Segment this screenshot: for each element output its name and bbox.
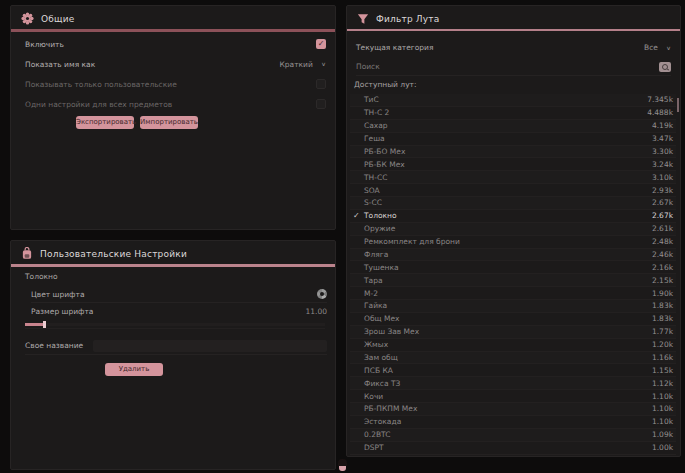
item-value: 3.24k <box>652 160 673 169</box>
item-value: 3.30k <box>652 147 673 156</box>
item-name: Тара <box>364 276 383 285</box>
item-name: Эстокада <box>364 417 401 426</box>
list-item[interactable]: ТиС7.345k <box>350 94 676 107</box>
list-item[interactable]: Кочи1.10k <box>350 390 676 403</box>
item-value: 1.00k <box>652 443 673 452</box>
loot-filter-panel: Фильтр Лута Текущая категория Все ∨ Дост… <box>346 5 681 457</box>
list-item[interactable]: S-СС2.67k <box>350 197 676 210</box>
list-item[interactable]: Геша3.47k <box>350 133 676 146</box>
import-button[interactable]: Импортировать <box>140 116 198 129</box>
item-value: 4.19k <box>652 121 673 130</box>
item-name: Оружие <box>364 224 395 233</box>
list-item[interactable]: Оружие2.61k <box>350 223 676 236</box>
name-mode-dropdown[interactable]: Краткий ∨ <box>280 60 326 69</box>
setting-label: Показать имя как <box>25 60 95 69</box>
list-item[interactable]: Тушенка2.16k <box>350 261 676 274</box>
user-settings-header: Пользовательские Настройки <box>11 241 335 264</box>
item-name: DSPТ <box>364 443 384 452</box>
backpack-icon <box>21 247 33 260</box>
search-input[interactable] <box>356 62 659 71</box>
list-item[interactable]: Фляга2.46k <box>350 249 676 262</box>
list-item[interactable]: РБ-БК Мех3.24k <box>350 158 676 171</box>
item-value: 1.09k <box>652 430 673 439</box>
slider-fill <box>25 323 44 326</box>
item-value: 2.67k <box>652 198 673 207</box>
slider-handle[interactable] <box>43 321 46 328</box>
font-color-row: Цвет шрифта <box>31 286 327 303</box>
item-name: 0.2BTC <box>364 430 390 439</box>
font-size-value: 11.00 <box>306 307 327 316</box>
item-value: 2.46k <box>652 250 673 259</box>
dropdown-value: Все <box>644 43 658 52</box>
color-wheel-icon[interactable] <box>317 289 327 299</box>
list-item[interactable]: М-21.90k <box>350 287 676 300</box>
header-accent-line <box>11 264 335 267</box>
user-settings-panel: Пользовательские Настройки Толокно Цвет … <box>10 240 336 470</box>
item-name: ТН-СС <box>364 173 387 182</box>
item-value: 2.93k <box>652 186 673 195</box>
item-name: Фикса ТЗ <box>364 379 400 388</box>
same-settings-checkbox[interactable] <box>316 99 326 109</box>
item-name: ТН-С 2 <box>364 108 389 117</box>
list-item[interactable]: Тара2.15k <box>350 274 676 287</box>
item-value: 1.83k <box>652 301 673 310</box>
list-item[interactable]: РБ-БО Мех3.30k <box>350 146 676 159</box>
list-item[interactable]: Ремкомплект для брони2.48k <box>350 236 676 249</box>
item-value: 1.16k <box>652 353 673 362</box>
setting-row-same-settings: Одни настройки для всех предметов <box>11 94 335 114</box>
mascot-hair <box>338 459 347 466</box>
search-icon[interactable] <box>659 62 671 72</box>
list-item[interactable]: DSPТ1.00k <box>350 442 676 455</box>
list-item[interactable]: Эстокада1.10k <box>350 416 676 429</box>
item-value: 1.20k <box>652 340 673 349</box>
font-size-slider[interactable] <box>25 321 325 329</box>
list-item[interactable]: РБ-ПКПМ Мех1.10k <box>350 403 676 416</box>
export-button[interactable]: Экспортировать <box>76 116 134 129</box>
list-item[interactable]: Гайка1.83k <box>350 300 676 313</box>
list-item[interactable]: Общ Мех1.83k <box>350 313 676 326</box>
list-item[interactable]: ПСБ КА1.15k <box>350 364 676 377</box>
setting-row-only-custom: Показывать только пользовательские <box>11 74 335 94</box>
item-value: 3.10k <box>652 173 673 182</box>
list-item[interactable]: Зам общ1.16k <box>350 352 676 365</box>
item-name: Геша <box>364 134 385 143</box>
list-item[interactable]: SOA2.93k <box>350 184 676 197</box>
list-item[interactable]: Жмых1.20k <box>350 339 676 352</box>
scrollbar-thumb[interactable] <box>677 98 679 112</box>
custom-name-input[interactable] <box>93 340 327 352</box>
category-dropdown[interactable]: Все ∨ <box>644 43 671 52</box>
dropdown-value: Краткий <box>280 60 313 69</box>
custom-name-label: Свое название <box>25 341 83 350</box>
general-panel-header: Общие <box>11 6 335 29</box>
item-name: Ремкомплект для брони <box>364 237 460 246</box>
item-value: 2.15k <box>652 276 673 285</box>
list-item[interactable]: Фикса ТЗ1.12k <box>350 377 676 390</box>
item-value: 7.345k <box>647 95 673 104</box>
slider-track <box>25 323 325 326</box>
item-name: ПСБ КА <box>364 366 393 375</box>
list-item[interactable]: ✓Толокно2.67k <box>350 210 676 223</box>
item-value: 2.48k <box>652 237 673 246</box>
loot-filter-header: Фильтр Лута <box>347 6 680 29</box>
enable-checkbox[interactable]: ✓ <box>316 39 326 49</box>
item-value: 2.61k <box>652 224 673 233</box>
list-item[interactable]: 0.2BTC1.09k <box>350 429 676 442</box>
panel-title: Фильтр Лута <box>376 14 440 24</box>
list-item[interactable]: Сахар4.19k <box>350 120 676 133</box>
search-row <box>356 58 671 76</box>
available-loot-label: Доступный лут: <box>354 80 417 89</box>
setting-label: Показывать только пользовательские <box>25 80 177 89</box>
general-panel: Общие Включить ✓ Показать имя как Кратки… <box>10 5 336 230</box>
list-item[interactable]: ТН-С 24.488k <box>350 107 676 120</box>
item-name: Сахар <box>364 121 388 130</box>
list-item[interactable]: Зрош Зав Мех1.77k <box>350 326 676 339</box>
font-size-row: Размер шрифта 11.00 <box>31 304 327 318</box>
font-size-label: Размер шрифта <box>31 307 93 316</box>
setting-label: Включить <box>25 40 64 49</box>
delete-button[interactable]: Удалить <box>105 363 163 376</box>
item-value: 1.10k <box>652 392 673 401</box>
list-item[interactable]: ТН-СС3.10k <box>350 171 676 184</box>
only-custom-checkbox[interactable] <box>316 79 326 89</box>
item-value: 1.90k <box>652 289 673 298</box>
mascot-face <box>339 466 346 471</box>
